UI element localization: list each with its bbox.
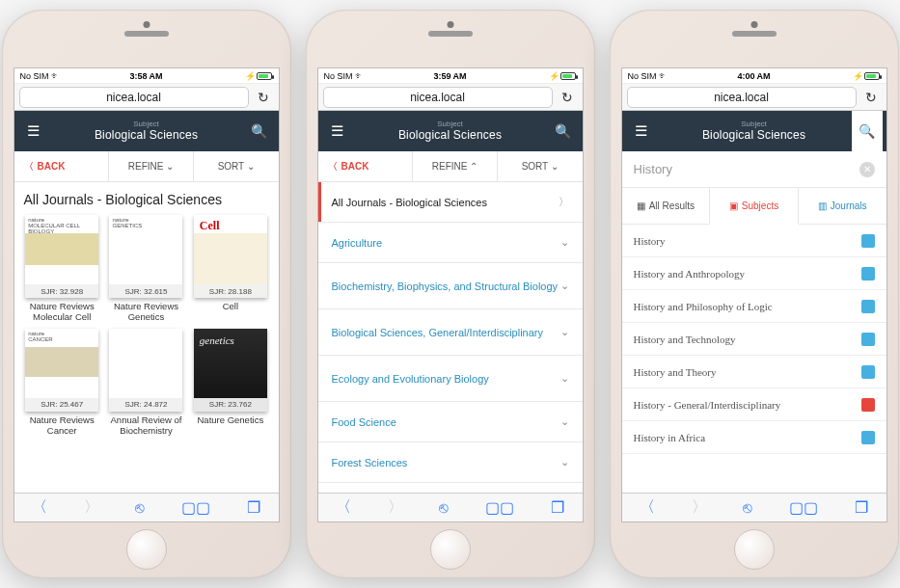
- search-icon[interactable]: 🔍: [548, 123, 579, 139]
- search-content: History ✕ ▦All Results ▣Subjects ▥Journa…: [622, 151, 886, 493]
- category-row[interactable]: Agriculture⌄: [318, 223, 583, 263]
- home-button[interactable]: [126, 529, 167, 570]
- search-result-row[interactable]: History: [622, 225, 886, 257]
- result-type-icon: [861, 365, 875, 379]
- url-field[interactable]: nicea.local: [627, 87, 857, 108]
- screen: No SIM ᯤ 3:59 AM ⚡ nicea.local ↻ ☰ Subje…: [317, 67, 584, 522]
- journal-icon: ▥: [818, 200, 827, 211]
- search-result-row[interactable]: History and Theory: [622, 356, 886, 388]
- search-result-row[interactable]: History and Anthropology: [622, 257, 886, 290]
- sort-button[interactable]: SORT ⌄: [194, 151, 278, 181]
- tabs-icon[interactable]: ❐: [855, 498, 868, 517]
- chevron-down-icon: ⌄: [560, 372, 569, 385]
- clear-search-icon[interactable]: ✕: [859, 162, 875, 177]
- tabs-icon[interactable]: ❐: [551, 498, 564, 517]
- journal-card[interactable]: natureGENETICSSJR: 32.615Nature Reviews …: [106, 215, 186, 323]
- search-icon[interactable]: 🔍: [852, 111, 883, 151]
- phone-journal-grid: No SIM ᯤ 3:58 AM ⚡ nicea.local ↻ ☰ Subje…: [2, 10, 291, 578]
- clock: 4:00 AM: [712, 71, 796, 81]
- search-result-row[interactable]: History and Technology: [622, 323, 886, 356]
- chevron-left-icon: 〈: [328, 160, 338, 174]
- search-result-row[interactable]: History - General/Interdisciplinary: [622, 388, 886, 421]
- category-row-current[interactable]: All Journals - Biological Sciences 〉: [318, 182, 583, 223]
- refine-button[interactable]: REFINE ⌄: [109, 151, 194, 181]
- category-row[interactable]: Forest Sciences⌄: [318, 442, 583, 483]
- bookmarks-icon[interactable]: ▢▢: [181, 498, 210, 517]
- journal-cover: natureCANCERSJR: 25.467: [25, 329, 98, 412]
- status-bar: No SIM ᯤ 3:58 AM ⚡: [14, 68, 279, 84]
- refine-button[interactable]: REFINE ⌃: [413, 151, 498, 181]
- menu-icon[interactable]: ☰: [626, 122, 657, 140]
- sjr-badge: SJR: 24.872: [109, 398, 182, 412]
- url-field[interactable]: nicea.local: [323, 87, 553, 108]
- tabs-icon[interactable]: ❐: [247, 498, 260, 517]
- share-icon[interactable]: ⎋: [439, 499, 449, 517]
- browser-url-bar: nicea.local ↻: [318, 84, 583, 111]
- url-field[interactable]: nicea.local: [19, 87, 249, 108]
- chevron-down-icon: ⌄: [560, 280, 569, 292]
- screen: No SIM ᯤ 3:58 AM ⚡ nicea.local ↻ ☰ Subje…: [14, 67, 280, 522]
- subject-icon: ▣: [729, 200, 738, 211]
- category-row[interactable]: Food Science⌄: [318, 402, 583, 442]
- nav-back-icon[interactable]: 〈: [32, 497, 47, 518]
- grid-icon: ▦: [637, 200, 645, 211]
- tab-all-results[interactable]: ▦All Results: [622, 188, 710, 224]
- browser-url-bar: nicea.local ↻: [622, 84, 886, 111]
- chevron-down-icon: ⌄: [247, 161, 255, 172]
- search-input[interactable]: History: [634, 162, 859, 176]
- status-bar: No SIM ᯤ 4:00 AM ⚡: [622, 68, 886, 84]
- home-button[interactable]: [430, 529, 471, 570]
- refine-list[interactable]: All Journals - Biological Sciences 〉 Agr…: [318, 182, 583, 493]
- journal-card[interactable]: SJR: 24.872Annual Review of Biochemistry: [106, 329, 186, 437]
- category-row[interactable]: Biochemistry, Biophysics, and Structural…: [318, 263, 583, 309]
- app-header: ☰ Subject Biological Sciences 🔍: [14, 111, 279, 151]
- category-row[interactable]: Ecology and Evolutionary Biology⌄: [318, 356, 583, 402]
- share-icon[interactable]: ⎋: [135, 499, 145, 517]
- search-result-row[interactable]: History in Africa: [622, 421, 886, 454]
- result-label: History and Philosophy of Logic: [634, 301, 861, 312]
- menu-icon[interactable]: ☰: [322, 122, 353, 140]
- reload-icon[interactable]: ↻: [860, 90, 882, 105]
- carrier: No SIM: [20, 71, 49, 81]
- journal-card[interactable]: SJR: 28.188Cell: [190, 215, 270, 323]
- bookmarks-icon[interactable]: ▢▢: [485, 498, 514, 517]
- nav-forward-icon: 〉: [692, 497, 707, 518]
- result-label: History: [634, 235, 861, 247]
- phone-search-results: No SIM ᯤ 4:00 AM ⚡ nicea.local ↻ ☰ Subje…: [610, 10, 899, 578]
- journal-cover: natureGENETICSSJR: 32.615: [109, 215, 182, 298]
- back-button[interactable]: 〈BACK: [318, 151, 413, 181]
- journal-card[interactable]: SJR: 23.762Nature Genetics: [190, 329, 270, 437]
- category-label: Biological Sciences, General/Interdiscip…: [332, 327, 560, 338]
- journal-card[interactable]: natureMOLECULAR CELL BIOLOGYSJR: 32.928N…: [22, 215, 102, 323]
- journal-card[interactable]: natureCANCERSJR: 25.467Nature Reviews Ca…: [22, 329, 102, 437]
- sort-button[interactable]: SORT ⌄: [498, 151, 582, 181]
- search-icon[interactable]: 🔍: [244, 123, 275, 139]
- nav-back-icon[interactable]: 〈: [640, 497, 655, 518]
- menu-icon[interactable]: ☰: [18, 122, 49, 140]
- chevron-down-icon: ⌄: [166, 161, 174, 172]
- result-label: History and Technology: [634, 334, 861, 345]
- result-type-icon: [861, 267, 875, 281]
- journal-grid-content[interactable]: All Journals - Biological Sciences natur…: [14, 182, 279, 493]
- bookmarks-icon[interactable]: ▢▢: [789, 498, 818, 517]
- chevron-down-icon: ⌄: [560, 236, 569, 249]
- chevron-right-icon: 〉: [559, 195, 569, 209]
- tab-journals[interactable]: ▥Journals: [799, 188, 886, 224]
- result-label: History - General/Interdisciplinary: [634, 399, 861, 411]
- result-type-icon: [861, 300, 875, 313]
- safari-toolbar: 〈 〉 ⎋ ▢▢ ❐: [14, 493, 279, 521]
- category-row[interactable]: Biological Sciences, General/Interdiscip…: [318, 309, 583, 356]
- reload-icon[interactable]: ↻: [557, 90, 578, 105]
- nav-back-icon[interactable]: 〈: [336, 497, 351, 518]
- category-label: Biochemistry, Biophysics, and Structural…: [332, 281, 560, 292]
- phone-refine-menu: No SIM ᯤ 3:59 AM ⚡ nicea.local ↻ ☰ Subje…: [306, 10, 595, 578]
- result-label: History and Theory: [634, 366, 861, 378]
- back-button[interactable]: 〈BACK: [14, 151, 109, 181]
- search-result-row[interactable]: History and Philosophy of Logic: [622, 290, 886, 323]
- home-button[interactable]: [734, 529, 775, 570]
- share-icon[interactable]: ⎋: [743, 499, 752, 517]
- tab-subjects[interactable]: ▣Subjects: [709, 188, 799, 224]
- journal-name: Nature Reviews Genetics: [106, 302, 186, 323]
- reload-icon[interactable]: ↻: [253, 90, 274, 105]
- result-type-icon: [861, 431, 875, 444]
